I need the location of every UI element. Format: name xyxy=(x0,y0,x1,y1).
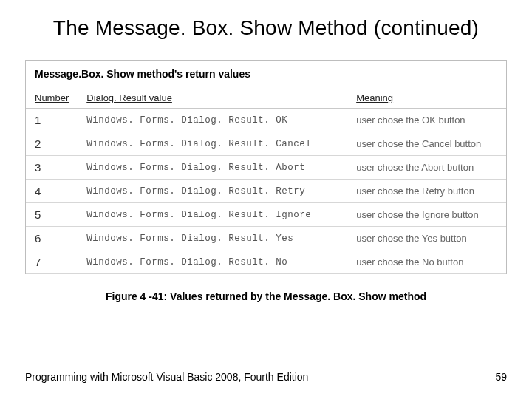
table-row: 7 Windows. Forms. Dialog. Result. No use… xyxy=(26,250,506,274)
table-row: 2 Windows. Forms. Dialog. Result. Cancel… xyxy=(26,132,506,156)
cell-number: 6 xyxy=(26,227,78,250)
cell-number: 3 xyxy=(26,156,78,180)
cell-value: Windows. Forms. Dialog. Result. Abort xyxy=(78,156,347,180)
col-meaning: Meaning xyxy=(347,86,506,109)
figure-caption: Figure 4 -41: Values returned by the Mes… xyxy=(25,290,507,302)
table-row: 4 Windows. Forms. Dialog. Result. Retry … xyxy=(26,180,506,203)
cell-meaning: user chose the OK button xyxy=(347,109,506,132)
cell-value: Windows. Forms. Dialog. Result. Yes xyxy=(78,227,347,250)
cell-meaning: user chose the Abort button xyxy=(347,156,506,180)
footer-book-title: Programming with Microsoft Visual Basic … xyxy=(25,371,308,383)
table-row: 3 Windows. Forms. Dialog. Result. Abort … xyxy=(26,156,506,180)
table-row: 5 Windows. Forms. Dialog. Result. Ignore… xyxy=(26,203,506,227)
cell-value: Windows. Forms. Dialog. Result. No xyxy=(78,250,347,274)
cell-number: 1 xyxy=(26,109,78,132)
cell-meaning: user chose the Yes button xyxy=(347,227,506,250)
return-values-table: Number Dialog. Result value Meaning 1 Wi… xyxy=(26,86,506,274)
cell-meaning: user chose the Cancel button xyxy=(347,132,506,156)
slide-title: The Message. Box. Show Method (continued… xyxy=(25,15,507,41)
footer-page-number: 59 xyxy=(495,371,507,383)
cell-meaning: user chose the No button xyxy=(347,250,506,274)
cell-value: Windows. Forms. Dialog. Result. Retry xyxy=(78,180,347,203)
cell-meaning: user chose the Retry button xyxy=(347,180,506,203)
cell-value: Windows. Forms. Dialog. Result. OK xyxy=(78,109,347,132)
return-values-panel: Message.Box. Show method's return values… xyxy=(25,60,507,274)
cell-number: 4 xyxy=(26,180,78,203)
cell-meaning: user chose the Ignore button xyxy=(347,203,506,227)
table-row: 1 Windows. Forms. Dialog. Result. OK use… xyxy=(26,109,506,132)
panel-heading: Message.Box. Show method's return values xyxy=(26,61,506,86)
cell-value: Windows. Forms. Dialog. Result. Ignore xyxy=(78,203,347,227)
table-row: 6 Windows. Forms. Dialog. Result. Yes us… xyxy=(26,227,506,250)
cell-number: 7 xyxy=(26,250,78,274)
col-value: Dialog. Result value xyxy=(78,86,347,109)
cell-number: 5 xyxy=(26,203,78,227)
cell-value: Windows. Forms. Dialog. Result. Cancel xyxy=(78,132,347,156)
cell-number: 2 xyxy=(26,132,78,156)
col-number: Number xyxy=(26,86,78,109)
